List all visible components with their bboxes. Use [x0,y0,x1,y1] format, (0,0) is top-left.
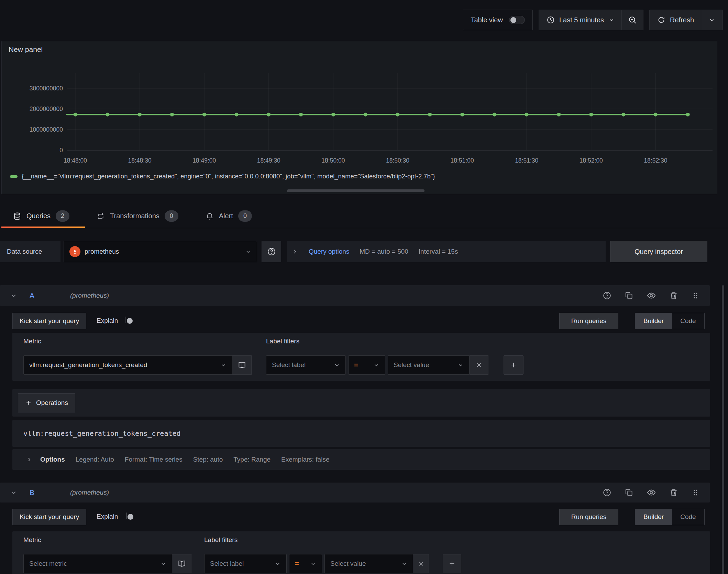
query-datasource-label: (prometheus) [70,489,109,496]
options-toggle[interactable]: Options [40,456,65,463]
time-range-button[interactable]: Last 5 minutes [539,10,621,30]
explain-toggle[interactable] [126,512,127,519]
chevron-down-icon [310,561,316,567]
duplicate-icon[interactable] [625,488,633,497]
label-filter-value-select[interactable]: Select value [324,554,413,573]
metrics-explorer-button[interactable] [232,355,252,375]
query-b-header[interactable]: B (prometheus) [0,483,710,503]
angle-right-icon[interactable] [26,456,32,463]
remove-filter-button[interactable] [413,554,429,573]
label-filter-label-select[interactable]: Select label [204,554,287,573]
label-filter-label-select[interactable]: Select label [266,355,346,375]
tab-count-badge: 0 [165,210,178,222]
explain-label: Explain [97,513,118,520]
builder-mode-option[interactable]: Builder [635,313,672,329]
label-filters-label: Label filters [204,536,238,544]
book-icon [177,559,186,568]
metric-select[interactable]: Select metric [23,554,172,573]
svg-text:2000000000: 2000000000 [30,106,63,112]
metric-label: Metric [23,338,41,345]
drag-handle-icon[interactable] [691,291,699,300]
refresh-icon [657,16,665,24]
help-icon[interactable] [603,488,611,497]
chevron-down-icon[interactable] [10,292,17,299]
panel-preview: 18:48:0018:48:3018:49:0018:49:3018:50:00… [1,41,717,194]
angle-right-icon[interactable] [291,248,298,255]
help-icon[interactable] [603,291,611,300]
add-filter-button[interactable] [443,554,461,573]
svg-text:18:50:00: 18:50:00 [321,157,345,164]
svg-text:18:52:00: 18:52:00 [580,157,603,164]
chevron-down-icon [401,561,407,567]
toggle-knob [510,17,516,23]
eye-icon[interactable] [647,488,656,497]
datasource-help-button[interactable] [262,241,281,262]
chevron-down-icon [160,561,166,567]
horizontal-scrollbar[interactable] [287,189,424,192]
label-filter-operator-select[interactable]: = [289,554,322,573]
refresh-interval-dropdown[interactable] [701,10,723,30]
add-filter-button[interactable] [504,355,523,375]
add-operations-button[interactable]: Operations [18,393,75,412]
query-a-preview-row: vllm:request_generation_tokens_created [12,420,710,447]
chevron-down-icon [373,362,379,368]
grafana-panel-editor: Table view Last 5 minutes [0,0,728,574]
query-a-header[interactable]: A (prometheus) [0,285,710,306]
refresh-button[interactable]: Refresh [650,10,701,30]
chevron-down-icon[interactable] [10,489,17,496]
chart-legend[interactable]: {__name__="vllm:request_generation_token… [10,173,435,180]
query-actions [603,291,699,300]
editor-tabs: Queries 2 Transformations 0 Alert 0 [0,204,728,228]
svg-text:18:51:30: 18:51:30 [515,157,538,164]
query-datasource-label: (prometheus) [70,292,109,299]
select-metric-placeholder: Select metric [29,560,67,567]
drag-handle-icon[interactable] [691,488,699,497]
trash-icon[interactable] [669,488,678,497]
duplicate-icon[interactable] [625,291,633,300]
label-filter-value-select[interactable]: Select value [388,355,470,375]
datasource-picker[interactable]: prometheus [64,241,257,262]
remove-filter-button[interactable] [470,355,488,375]
query-actions [603,488,699,497]
code-mode-option[interactable]: Code [672,509,704,525]
vertical-scrollbar[interactable] [722,285,724,574]
table-view-toggle[interactable] [509,16,525,24]
run-queries-button[interactable]: Run queries [559,313,618,329]
svg-text:1000000000: 1000000000 [30,126,63,133]
chevron-down-icon [457,362,464,368]
tab-alert[interactable]: Alert 0 [194,204,267,228]
explain-label: Explain [97,317,118,324]
query-a-operations-row: Operations [12,389,710,417]
select-label-placeholder: Select label [210,560,244,567]
query-inspector-button[interactable]: Query inspector [610,241,707,262]
metric-select[interactable]: vllm:request_generation_tokens_created [23,355,232,375]
top-toolbar: Table view Last 5 minutes [463,10,723,30]
zoom-out-button[interactable] [622,10,643,30]
label-filter-operator-select[interactable]: = [348,355,385,375]
tab-queries[interactable]: Queries 2 [1,204,85,228]
trash-icon[interactable] [669,291,678,300]
kick-start-query-button[interactable]: Kick start your query [12,509,86,525]
tab-label: Queries [26,212,51,220]
query-ref-id: A [30,291,34,300]
book-icon [238,361,246,369]
plus-icon [25,399,32,406]
max-data-points-value: MD = auto = 500 [360,248,408,255]
metrics-explorer-button[interactable] [172,554,191,573]
kick-start-query-button[interactable]: Kick start your query [12,313,86,329]
explain-toggle[interactable] [125,317,126,323]
tab-label: Alert [219,212,233,220]
query-options-row: Query options MD = auto = 500 Interval =… [287,241,606,262]
code-mode-option[interactable]: Code [672,313,704,329]
query-preview-text: vllm:request_generation_tokens_created [23,420,181,447]
option-type: Type: Range [233,456,271,463]
legend-series-swatch [10,175,18,178]
select-value-placeholder: Select value [330,560,366,567]
run-queries-button[interactable]: Run queries [559,509,618,525]
svg-text:18:48:00: 18:48:00 [64,157,87,164]
label-filters-label: Label filters [266,338,299,345]
tab-transformations[interactable]: Transformations 0 [85,204,194,228]
builder-mode-option[interactable]: Builder [635,509,672,525]
eye-icon[interactable] [647,291,656,300]
query-options-link[interactable]: Query options [309,248,349,255]
